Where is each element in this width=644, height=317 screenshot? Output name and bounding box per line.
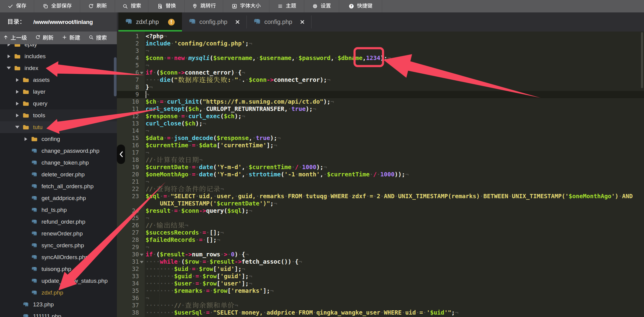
toolbar-button-goto-line[interactable]: [185, 0, 223, 12]
toolbar-button-save-all[interactable]: [34, 0, 80, 12]
folder-icon: [22, 101, 29, 107]
tree-item-zdxf.php[interactable]: zdxf.php: [0, 287, 117, 299]
toolbar-button-replace[interactable]: [148, 0, 185, 12]
tree-item-confing[interactable]: confing: [0, 133, 117, 145]
line-number: 3: [117, 47, 139, 55]
code-line-31: 31····while·($row·=·$result->fetch_assoc…: [117, 258, 644, 265]
tree-item-syncAllOrders.php[interactable]: syncAllOrders.php: [0, 251, 117, 263]
line-number: 12: [117, 113, 139, 120]
code-editor[interactable]: 1<?php¬2include·'confing/config.php';¬3¬…: [117, 32, 644, 317]
sidebar-toolbar: [0, 32, 117, 44]
close-icon[interactable]: [235, 19, 240, 25]
tree-item-sync_orders.php[interactable]: sync_orders.php: [0, 239, 117, 251]
sidebar-toolbar-button-new-file[interactable]: [62, 35, 80, 42]
code-line-27: 27$successRecords·=·[];¬: [117, 229, 644, 236]
tree-item-fetch_all_orders.php[interactable]: fetch_all_orders.php: [0, 180, 117, 192]
code-line-1: 1<?php¬: [117, 33, 644, 40]
fold-icon[interactable]: [140, 254, 144, 256]
tree-item-label: epay: [25, 44, 37, 48]
line-number: 14: [117, 127, 139, 135]
tab-label: config.php: [264, 18, 292, 25]
toolbar-button-refresh[interactable]: [80, 0, 115, 12]
check-icon: [8, 3, 13, 9]
tree-item-label: hd_ts.php: [41, 207, 67, 213]
tree-item-assets[interactable]: assets: [0, 74, 117, 86]
sidebar-toolbar-label: [96, 35, 107, 41]
tree-item-123.php[interactable]: 123.php: [0, 299, 117, 310]
tree-item-label: get_addprice.php: [41, 195, 86, 202]
sidebar-toolbar-button-refresh[interactable]: [35, 35, 54, 42]
line-number: 9: [117, 91, 139, 98]
tree-item-tutu[interactable]: tutu: [0, 121, 117, 133]
tab-config.php-2[interactable]: config.php: [247, 12, 312, 32]
gear-icon: [312, 3, 318, 9]
line-number: 31: [117, 258, 139, 265]
directory-path: /www/wwwroot/linlang: [33, 19, 93, 25]
tree-item-111111.php[interactable]: 111111.php: [0, 310, 117, 317]
expand-arrow-icon[interactable]: [12, 90, 22, 94]
tree-item-tuisong.php[interactable]: tuisong.php: [0, 263, 117, 275]
tree-item-delete_order.php[interactable]: delete_order.php: [0, 169, 117, 180]
tab-zdxf.php[interactable]: zdxf.php!: [118, 12, 182, 32]
toolbar-button-settings[interactable]: [304, 0, 339, 12]
tree-item-refund_order.php[interactable]: refund_order.php: [0, 216, 117, 228]
expand-arrow-icon[interactable]: [12, 102, 22, 105]
sidebar-scrollbar-thumb[interactable]: [114, 57, 117, 96]
menu-icon: [277, 3, 283, 9]
expand-arrow-icon[interactable]: [4, 55, 14, 58]
close-icon[interactable]: [300, 19, 305, 25]
tree-item-update_renew_status.php[interactable]: update_renew_status.php: [0, 275, 117, 287]
tab-config.php-1[interactable]: config.php: [182, 12, 247, 32]
fold-icon[interactable]: [140, 72, 144, 74]
tree-item-tools[interactable]: tools: [0, 109, 117, 121]
tree-item-hd_ts.php[interactable]: hd_ts.php: [0, 204, 117, 216]
toolbar-button-label: [240, 3, 261, 9]
sidebar-toolbar-button-up-level[interactable]: [3, 35, 27, 42]
editor-lines: 1<?php¬2include·'confing/config.php';¬3¬…: [117, 33, 644, 316]
code-line-33: 33········$guid·=·$row['guid'];¬: [117, 273, 644, 280]
tree-item-label: tools: [33, 112, 45, 119]
line-number: 30: [117, 251, 139, 258]
fold-icon[interactable]: [140, 261, 144, 263]
tab-label: zdxf.php: [136, 18, 159, 25]
expand-arrow-icon[interactable]: [4, 44, 14, 46]
tab-bar: zdxf.php!config.phpconfig.php: [117, 12, 644, 32]
editor-scrollbar-thumb[interactable]: [641, 32, 643, 88]
tree-item-label: update_renew_status.php: [41, 278, 108, 284]
toolbar-button-search[interactable]: [115, 0, 148, 12]
tree-item-index[interactable]: index: [0, 62, 117, 74]
pin-icon: [192, 3, 198, 9]
toolbar-button-label: [97, 3, 107, 9]
line-number: 24: [117, 207, 139, 215]
tree-item-label: zdxf.php: [41, 289, 63, 296]
tree-item-renewOrder.php[interactable]: renewOrder.php: [0, 228, 117, 239]
tree-item-query[interactable]: query: [0, 98, 117, 109]
code-line-38: 38········$userSql·=·"SELECT·money,·addp…: [117, 309, 644, 316]
toolbar-button-shortcuts[interactable]: ?: [339, 0, 382, 12]
expand-arrow-icon[interactable]: [21, 137, 31, 141]
sidebar-toolbar-button-search[interactable]: [88, 35, 107, 42]
line-number: 25: [117, 215, 139, 222]
tree-item-epay[interactable]: epay: [0, 44, 117, 50]
sidebar-collapse-handle[interactable]: [117, 145, 125, 164]
tree-item-layer[interactable]: layer: [0, 86, 117, 98]
directory-bar: /www/wwwroot/linlang: [0, 12, 117, 32]
expand-arrow-icon[interactable]: [4, 67, 14, 69]
file-tree: epayincludesindexassetslayerquerytoolstu…: [0, 44, 117, 317]
php-file-icon: [31, 278, 38, 284]
expand-arrow-icon[interactable]: [12, 126, 22, 128]
php-file-icon: [253, 18, 261, 27]
folder-icon: [14, 53, 21, 59]
tree-item-includes[interactable]: includes: [0, 50, 117, 62]
toolbar-button-save[interactable]: [0, 0, 34, 12]
tree-item-change_token.php[interactable]: change_token.php: [0, 157, 117, 169]
tree-item-get_addprice.php[interactable]: get_addprice.php: [0, 192, 117, 204]
search-icon: [122, 3, 128, 9]
toolbar-button-theme[interactable]: [269, 0, 304, 12]
expand-arrow-icon[interactable]: [12, 78, 22, 82]
tree-item-change_password.php[interactable]: change_password.php: [0, 145, 117, 157]
line-number: 13: [117, 120, 139, 127]
code-line-30: 30if·($result->num_rows·>·0)·{¬: [117, 251, 644, 258]
expand-arrow-icon[interactable]: [12, 114, 22, 117]
toolbar-button-font-size[interactable]: [223, 0, 269, 12]
